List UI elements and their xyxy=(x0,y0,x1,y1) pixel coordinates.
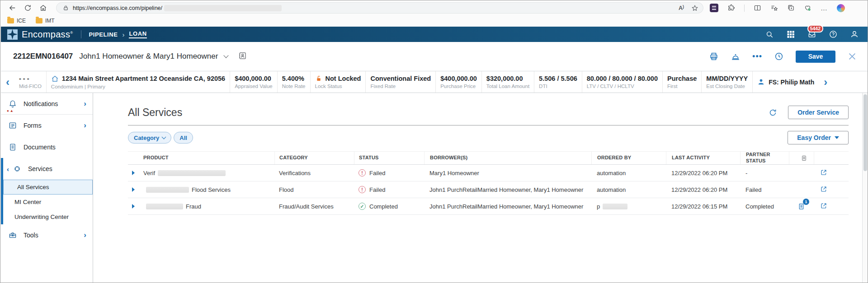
sidebar-item-forms[interactable]: Forms › xyxy=(1,115,93,136)
split-screen-icon[interactable] xyxy=(754,4,761,12)
sidebar-item-services[interactable]: ‹ Services xyxy=(1,158,93,180)
more-actions-icon[interactable]: ••• xyxy=(752,54,762,59)
sidebar-item-mi-center[interactable]: MI Center xyxy=(1,195,93,209)
expand-row-icon[interactable] xyxy=(128,187,139,192)
sidebar-item-tools[interactable]: Tools › xyxy=(1,224,93,246)
column-header-partner-status[interactable]: PARTNER STATUS xyxy=(740,152,781,164)
browser-essentials-icon[interactable] xyxy=(804,4,811,12)
help-icon[interactable] xyxy=(829,30,838,39)
breadcrumb-loan[interactable]: LOAN xyxy=(129,30,146,38)
encompass-logo-icon xyxy=(7,29,18,40)
ribbon-value: Purchase xyxy=(667,75,697,82)
back-button[interactable] xyxy=(5,2,20,14)
browser-window: https://encompass.ice.com/pipeline/ A) …… xyxy=(0,0,868,283)
read-aloud-icon[interactable]: A) xyxy=(679,5,684,11)
save-button[interactable]: Save xyxy=(796,51,835,63)
column-header-category[interactable]: CATEGORY xyxy=(274,152,354,164)
refresh-services-icon[interactable] xyxy=(769,108,777,117)
inbox-tray[interactable]: 5442 xyxy=(807,30,816,39)
expand-row-icon[interactable] xyxy=(128,171,139,175)
contact-card-icon[interactable] xyxy=(238,51,247,62)
bookmark-label: ICE xyxy=(17,18,26,24)
notification-indicator: ●▲ xyxy=(7,109,14,113)
sidebar-item-all-services[interactable]: All Services xyxy=(3,180,93,195)
collapse-chevron-icon[interactable]: ‹ xyxy=(7,165,9,173)
apps-grid-icon[interactable] xyxy=(786,30,795,39)
browser-toolbar: https://encompass.ice.com/pipeline/ A) … xyxy=(1,1,868,15)
column-header-borrowers[interactable]: BORROWER(S) xyxy=(424,152,591,164)
table-row[interactable]: Fraud Fraud/Audit Services ✓ Completed J… xyxy=(128,198,849,215)
close-icon[interactable] xyxy=(847,51,857,61)
ribbon-label: Mid-FICO xyxy=(19,84,42,89)
extensions-puzzle-icon[interactable] xyxy=(727,4,735,12)
loan-header: 2212EMN016407 John1 Homeowner & Mary1 Ho… xyxy=(1,42,868,71)
address-bar[interactable]: https://encompass.ice.com/pipeline/ A) xyxy=(56,2,703,14)
ribbon-label: DTI xyxy=(539,84,577,89)
partner-status-cell: - xyxy=(740,170,789,176)
vertical-scrollbar[interactable] xyxy=(862,93,868,283)
copilot-icon[interactable] xyxy=(837,4,845,12)
table-row[interactable]: Verif Verifications ! Failed Mary1 Homeo… xyxy=(128,165,849,181)
breadcrumb-pipeline[interactable]: PIPELINE xyxy=(89,31,118,38)
redacted-url xyxy=(164,5,282,11)
ribbon-value: Conventional Fixed xyxy=(370,75,431,82)
password-extension-icon[interactable] xyxy=(710,4,718,12)
refresh-button[interactable] xyxy=(20,2,35,14)
product-text: Flood Services xyxy=(192,186,231,193)
status-text: Completed xyxy=(369,203,398,210)
print-icon[interactable] xyxy=(709,51,719,61)
expand-column-header xyxy=(128,152,139,164)
ribbon-label: Lock Status xyxy=(315,84,361,89)
services-chip-icon xyxy=(13,164,22,173)
table-row[interactable]: Flood Services Flood ! Failed John1 Purc… xyxy=(128,181,849,198)
chevron-right-icon: › xyxy=(84,121,86,130)
ribbon-value: FS: Philip Math xyxy=(769,79,814,86)
services-table: PRODUCT CATEGORY STATUS BORROWER(S) ORDE… xyxy=(128,151,849,215)
scrollbar-thumb[interactable] xyxy=(863,94,867,171)
history-clock-icon[interactable] xyxy=(774,51,784,61)
borrowers-cell: John1 PurchRetailMarried Homeowner, Mary… xyxy=(424,186,591,193)
open-service-cell xyxy=(814,169,849,177)
category-filter-dropdown[interactable]: Category xyxy=(128,132,171,144)
favorites-bar-icon[interactable] xyxy=(770,4,778,12)
loan-dropdown-chevron-icon[interactable] xyxy=(224,53,229,58)
sidebar-item-notifications[interactable]: ●▲ Notifications › xyxy=(1,93,93,115)
bookmark-folder-ice[interactable]: ICE xyxy=(7,18,26,24)
external-link-icon[interactable] xyxy=(820,169,827,176)
expand-row-icon[interactable] xyxy=(128,204,139,209)
favorite-star-icon[interactable] xyxy=(691,5,698,12)
service-bell-icon[interactable] xyxy=(731,51,741,61)
ribbon-item-total-loan-amount: $320,000.00 Total Loan Amount xyxy=(482,71,534,93)
unlocked-icon xyxy=(315,75,322,82)
loan-number: 2212EMN016407 xyxy=(13,52,73,61)
collections-icon[interactable] xyxy=(787,4,795,12)
column-header-ordered-by[interactable]: ORDERED BY xyxy=(591,152,666,164)
external-link-icon[interactable] xyxy=(820,202,827,209)
column-header-status[interactable]: STATUS xyxy=(354,152,424,164)
sidebar-item-documents[interactable]: Documents xyxy=(1,136,93,158)
ribbon-label: Fixed Rate xyxy=(370,84,431,89)
easy-order-button[interactable]: Easy Order xyxy=(788,131,849,144)
column-header-product[interactable]: PRODUCT xyxy=(139,152,274,164)
ribbon-value: 5.400% xyxy=(282,75,306,82)
ribbon-value: 5.506 / 5.506 xyxy=(539,75,577,82)
browser-settings-icon[interactable]: … xyxy=(821,6,828,10)
order-service-button[interactable]: Order Service xyxy=(788,106,849,119)
documents-icon xyxy=(8,143,17,152)
ribbon-scroll-right-icon[interactable]: › xyxy=(819,71,832,93)
last-activity-cell: 12/29/2022 06:20 PM xyxy=(666,186,740,193)
search-icon[interactable] xyxy=(765,30,774,39)
user-profile-icon[interactable] xyxy=(850,30,859,39)
category-cell: Flood xyxy=(274,186,354,193)
ribbon-label: LTV / CLTV / HCLTV xyxy=(587,84,658,89)
ribbon-scroll-left-icon[interactable]: ‹ xyxy=(1,71,14,93)
breadcrumb-separator: › xyxy=(122,31,124,38)
external-link-icon[interactable] xyxy=(820,186,827,193)
bookmark-folder-imt[interactable]: IMT xyxy=(36,18,55,24)
home-button[interactable] xyxy=(35,2,51,14)
completed-status-icon: ✓ xyxy=(359,203,366,210)
sidebar-item-underwriting-center[interactable]: Underwriting Center xyxy=(1,209,93,224)
category-filter-value-chip[interactable]: All xyxy=(174,132,193,144)
ribbon-label: Purchase Price xyxy=(440,84,477,89)
column-header-last-activity[interactable]: LAST ACTIVITY xyxy=(666,152,740,164)
